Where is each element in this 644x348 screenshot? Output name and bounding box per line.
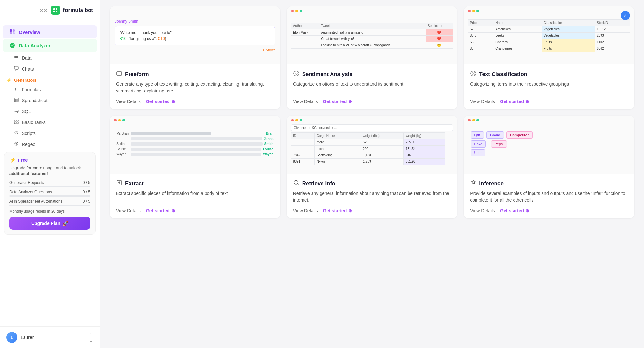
sentiment-body: Sentiment Analysis Categorize emotions o… [287, 64, 457, 109]
preview-formula-box: "Write me a thank you note to", B10 ,"fo… [115, 26, 275, 45]
inference-row-2: Uber [471, 149, 628, 156]
classification-get-started-button[interactable]: Get started ⊕ [500, 99, 529, 104]
inference-description: Provide several examples of inputs and o… [470, 190, 628, 204]
inference-view-details-button[interactable]: View Details [470, 208, 495, 213]
data-icon [14, 55, 19, 61]
sidebar-spreadsheet-label: Spreadsheet [22, 98, 47, 103]
freeform-title-text: Freeform [125, 71, 149, 78]
classification-description: Categorizing items into their respective… [470, 81, 628, 94]
sentiment-heart-2: ❤️ [426, 35, 453, 42]
sidebar-chats-label: Chats [22, 66, 34, 72]
sidebar-sql-label: SQL [22, 109, 31, 114]
retrieve-view-details-button[interactable]: View Details [293, 208, 318, 213]
get-started-icon-2: ⊕ [348, 99, 352, 104]
svg-rect-11 [14, 59, 17, 59]
logo-text: formula bot [63, 7, 93, 14]
table-row: 8391 Nylon 1,283 581.96 [291, 159, 445, 165]
chevron-up-down-icon[interactable]: ⌃⌄ [89, 331, 93, 343]
ai-spreadsheet-header: AI in Spreadsheet Automations 0 / 5 [9, 199, 90, 204]
inference-actions: View Details Get started ⊕ [470, 208, 628, 213]
freeform-icon [116, 70, 122, 78]
data-analyzer-questions-value: 0 / 5 [83, 190, 90, 194]
sidebar-item-data[interactable]: Data [3, 53, 97, 63]
tweet-3: Looking to hire a VP of Witchcraft & Pro… [319, 42, 426, 48]
card-extract: Mr. Bran Bran Jahns Smith Smith [110, 116, 280, 218]
retrieve-title: Retrieve Info [293, 179, 451, 188]
classification-title-text: Text Classification [479, 71, 527, 78]
dot-green [300, 10, 302, 12]
usage-section: ⚡ Free Upgrade for more usage and to unl… [4, 152, 96, 235]
extract-illustration: Mr. Bran Bran Jahns Smith Smith [116, 132, 273, 158]
svg-rect-14 [14, 98, 18, 102]
chats-icon [14, 66, 19, 72]
data-analyzer-questions-label: Data Analyzer Questions [9, 190, 52, 194]
inference-illustration: Lyft Brand Competitor Coke Pepsi Uber [471, 131, 628, 158]
sidebar-item-scripts[interactable]: Scripts [3, 128, 97, 139]
sentiment-heart-1: ❤️ [426, 29, 453, 35]
scripts-icon [14, 130, 19, 136]
sidebar-header: ✕✕ formula bot [0, 0, 100, 21]
inference-get-started-button[interactable]: Get started ⊕ [500, 208, 529, 213]
sidebar-item-regex[interactable]: Regex [3, 139, 97, 150]
cls-col-name: Name [494, 19, 542, 26]
sentiment-get-started-button[interactable]: Get started ⊕ [323, 99, 352, 104]
lightning-icon: ⚡ [9, 157, 16, 163]
classification-view-details-button[interactable]: View Details [470, 99, 495, 104]
card-classification: ✓ Price Name Classification StockID $2 [464, 6, 634, 109]
extract-title: Extract [116, 179, 274, 188]
extract-row-1: Mr. Bran Bran [116, 132, 273, 135]
upgrade-button[interactable]: Upgrade Plan 🚀 [9, 217, 90, 230]
retrieve-icon [293, 179, 300, 188]
table-row: $2 Artichokes Vegetables 10112 [468, 26, 630, 32]
svg-text:sql: sql [14, 110, 19, 113]
data-analyzer-icon [9, 42, 15, 49]
svg-rect-4 [10, 29, 12, 32]
svg-rect-1 [56, 8, 57, 10]
card-sentiment: Author Tweets Sentiment Elon Musk Augmen… [287, 6, 457, 109]
sentiment-actions: View Details Get started ⊕ [293, 99, 451, 104]
inference-title: Inference [470, 179, 628, 188]
sentiment-icon [293, 70, 300, 78]
preview-item-label: Air-fryer [115, 48, 275, 52]
svg-rect-20 [17, 120, 18, 121]
get-started-icon-6: ⊕ [525, 208, 529, 213]
window-dots-6 [468, 119, 479, 121]
svg-rect-12 [14, 66, 18, 69]
freeform-get-started-button[interactable]: Get started ⊕ [146, 99, 175, 104]
retrieve-get-started-button[interactable]: Get started ⊕ [323, 208, 352, 213]
rocket-icon: 🚀 [63, 221, 68, 226]
table-row: $3 Cranberries Fruits 6342 [468, 45, 630, 52]
extract-icon [116, 179, 122, 188]
card-freeform: Johnny Smith "Write me a thank you note … [110, 6, 280, 109]
sidebar-item-basic-tasks[interactable]: Basic Tasks [3, 117, 97, 128]
classification-body: Text Classification Categorizing items i… [464, 64, 634, 109]
get-started-icon: ⊕ [171, 99, 175, 104]
window-dots [291, 10, 302, 12]
sentiment-title: Sentiment Analysis [293, 70, 451, 78]
extract-get-started-button[interactable]: Get started ⊕ [146, 208, 175, 213]
dot-red [291, 10, 294, 12]
extract-view-details-button[interactable]: View Details [116, 208, 141, 213]
preview-cell-b10: B10 [120, 36, 126, 41]
freeform-view-details-button[interactable]: View Details [116, 99, 141, 104]
sentiment-view-details-button[interactable]: View Details [293, 99, 318, 104]
svg-rect-22 [17, 122, 18, 124]
sidebar-item-formulas[interactable]: ƒ Formulas [3, 84, 97, 95]
dot-green-6 [476, 119, 479, 121]
sidebar-item-spreadsheet[interactable]: Spreadsheet [3, 95, 97, 106]
close-icon[interactable]: ✕✕ [39, 7, 48, 14]
sidebar-item-sql[interactable]: sql SQL [3, 106, 97, 117]
sidebar-item-chats[interactable]: Chats [3, 63, 97, 74]
retrieve-query-box: Give me the KG conversion ... [291, 124, 453, 131]
table-row: Looking to hire a VP of Witchcraft & Pro… [291, 42, 453, 48]
retrieve-body: Retrieve Info Retrieve any general infor… [287, 174, 457, 218]
dot-yellow-6 [472, 119, 475, 121]
sidebar-item-data-analyzer[interactable]: Data Analyzer [3, 39, 97, 52]
dot-red-3 [468, 10, 471, 12]
extract-preview: Mr. Bran Bran Jahns Smith Smith [110, 116, 280, 174]
retrieve-actions: View Details Get started ⊕ [293, 208, 451, 213]
avatar: L [6, 332, 17, 343]
dot-green-4 [122, 119, 125, 121]
svg-rect-10 [14, 57, 18, 58]
sidebar-item-overview[interactable]: Overview [3, 25, 97, 38]
